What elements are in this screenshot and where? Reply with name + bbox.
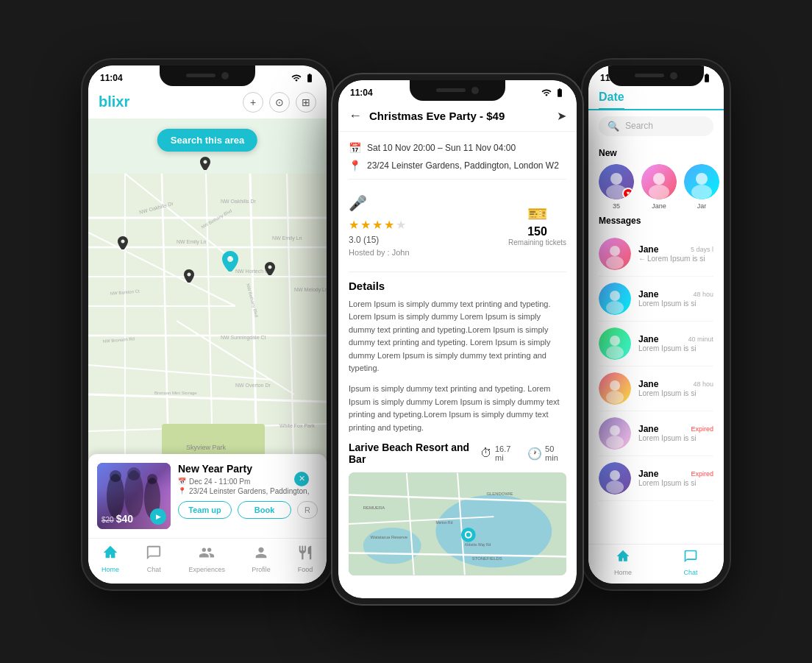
settings-button[interactable]: ⊞ [296,92,316,113]
msg-name-6: Jane [638,469,658,479]
status-time-2: 11:04 [350,88,373,98]
more-button[interactable]: R [297,501,318,519]
location-icon-detail: 📍 [349,160,361,171]
status-icons-1 [291,73,315,83]
back-button[interactable]: ← [349,108,362,124]
msg-top-5: Jane Expired [638,424,713,434]
search-area-button[interactable]: Search this area [157,129,257,152]
status-time-1: 11:04 [100,73,123,83]
filter-button[interactable]: ⊙ [269,92,290,113]
phone-2-detail: 11:04 ← Christmas Eve Party - $49 ➤ 📅 Sa… [332,74,583,604]
message-item-4[interactable]: Jane 48 hou Lorem Ipsum is si [599,366,713,411]
message-item-1[interactable]: Jane 5 days l ←Lorem Ipsum is si [599,232,713,277]
story-item-3[interactable]: Jar [684,164,719,210]
tickets-label: Remaining tickets [508,238,566,247]
message-item-2[interactable]: Jane 48 hou Lorem Ipsum is si [599,277,713,322]
nav-home[interactable]: Home [102,545,119,573]
detail-content[interactable]: 📅 Sat 10 Nov 20:00 – Sun 11 Nov 04:00 📍 … [338,132,577,598]
map-pin-1 [200,157,210,173]
event-image: $20 $40 ▶ [97,463,171,529]
phone-2-screen: 11:04 ← Christmas Eve Party - $49 ➤ 📅 Sa… [338,80,577,598]
experiences-icon [199,545,215,564]
event-card: $20 $40 ▶ ✕ New Year Party 📅 Dec 24 - 11… [88,454,327,538]
search-bar[interactable]: 🔍 Search [599,116,713,136]
camera-2 [471,87,479,94]
star-5: ★ [396,218,406,232]
svg-text:NW Emily Ln: NW Emily Ln [177,239,207,245]
detail-header: ← Christmas Eve Party - $49 ➤ [338,101,577,132]
detail-date-row: 📅 Sat 10 Nov 20:00 – Sun 11 Nov 04:00 [349,142,566,154]
svg-text:Waiatarua Reserve: Waiatarua Reserve [371,535,408,539]
tickets-count: 150 [508,225,566,238]
msg-content-1: Jane 5 days l ←Lorem Ipsum is si [638,244,713,263]
phone3-header: Date [588,86,724,110]
message-item-6[interactable]: Jane Expired Lorem Ipsum is si [599,456,713,501]
msg-preview-4: Lorem Ipsum is si [638,389,713,397]
svg-text:NW Melody Ln: NW Melody Ln [294,287,327,293]
play-button[interactable]: ▶ [150,508,166,525]
svg-text:Abbotts Way Rd: Abbotts Way Rd [465,543,491,547]
nav-experiences[interactable]: Experiences [188,545,225,573]
book-button[interactable]: Book [238,501,291,519]
svg-point-84 [606,481,624,494]
svg-text:Bronson Mini Storage: Bronson Mini Storage [154,391,197,395]
venue-map[interactable]: REMUERA Waiatarua Reserve STONEFIELDS GL… [349,472,566,575]
detail-date-text: Sat 10 Nov 20:00 – Sun 11 Nov 04:00 [367,143,516,153]
home-icon-3 [616,549,630,567]
story-avatar-3 [684,164,719,199]
nav3-chat[interactable]: Chat [683,549,698,576]
details-text-2: Ipsum is simply dummy text printing and … [349,383,566,434]
nav3-home-label: Home [614,569,632,576]
speaker-3 [635,74,664,77]
story-badge-1: ♥ [622,188,634,199]
time-icon: 🕐 [527,447,542,461]
detail-location-row: 📍 23/24 Leinster Gardens, Paddington, Lo… [349,160,566,171]
rating-left: 🎤 ★ ★ ★ ★ ★ 3.0 (15) Hosted by : John [349,194,410,257]
venue-distance: ⏱ 16.7 mi [480,444,519,462]
phone-2-notch [410,80,505,101]
msg-time-1: 5 days l [691,246,713,253]
msg-name-1: Jane [638,244,658,255]
svg-point-78 [606,391,624,404]
hosted-by: Hosted by : John [349,248,410,257]
svg-text:GLENDOWIE: GLENDOWIE [486,492,513,496]
story-item-1[interactable]: ♥ 35 [599,164,634,210]
svg-point-59 [610,173,622,185]
msg-time-5: Expired [691,425,713,433]
msg-name-4: Jane [638,379,658,389]
nav-food[interactable]: Food [297,545,313,573]
nav-chat-label: Chat [147,566,161,573]
reply-arrow: ← [638,255,646,263]
svg-text:White Fox Park: White Fox Park [279,423,315,428]
svg-point-69 [606,256,624,269]
new-label: New [599,148,713,158]
location-icon: 📍 [178,487,186,494]
detail-location-text: 23/24 Leinster Gardens, Paddington, Lond… [367,160,559,171]
phone1-header: blixr + ⊙ ⊞ [88,86,327,118]
close-button[interactable]: ✕ [294,472,309,486]
team-up-button[interactable]: Team up [178,501,232,519]
share-button[interactable]: ➤ [557,109,566,123]
add-button[interactable]: + [243,92,263,113]
message-item-3[interactable]: Jane 40 minut Lorem Ipsum is si [599,322,713,366]
phone-1-map: 11:04 blixr + ⊙ ⊞ [82,60,332,589]
svg-point-83 [610,470,620,481]
nav3-home[interactable]: Home [614,549,632,576]
msg-preview-5: Lorem Ipsum is si [638,434,713,442]
map-container[interactable]: Skyview Park NW Oakhills Dr NW Emily Ln … [88,118,327,538]
story-item-2[interactable]: Jane [641,164,677,210]
svg-point-62 [653,173,665,185]
home-icon [102,545,118,564]
date-tab[interactable]: Date [599,91,624,110]
profile-icon [253,545,269,564]
nav-chat[interactable]: Chat [146,545,162,573]
message-item-5[interactable]: Jane Expired Lorem Ipsum is si [599,411,713,456]
mic-icon: 🎤 [349,194,410,212]
nav-profile[interactable]: Profile [252,545,271,573]
msg-preview-1: ←Lorem Ipsum is si [638,255,713,263]
msg-content-2: Jane 48 hou Lorem Ipsum is si [638,289,713,308]
msg-top-6: Jane Expired [638,469,713,479]
venue-name: Larive Beach Resort and Bar [349,442,480,465]
divider-2 [349,272,566,272]
header-icons: + ⊙ ⊞ [243,92,316,113]
